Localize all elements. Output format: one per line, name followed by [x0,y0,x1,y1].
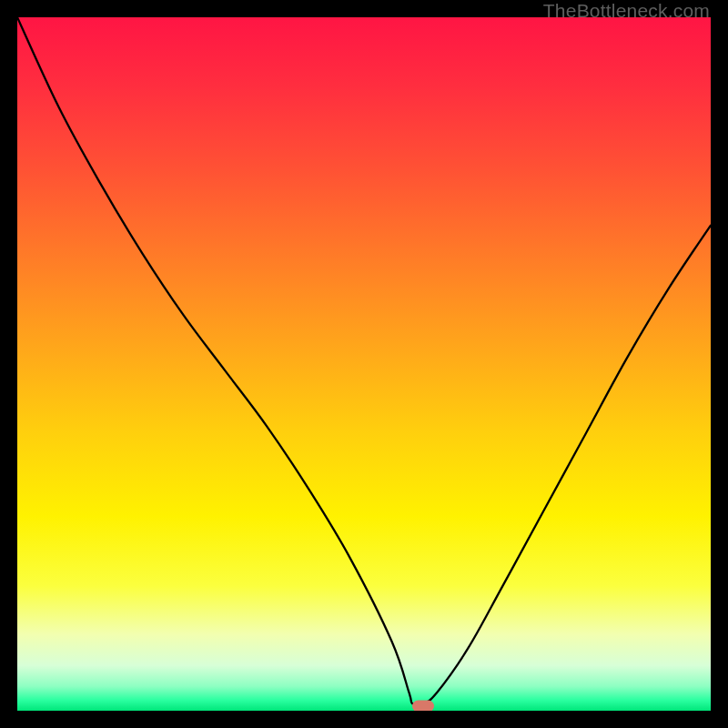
plot-frame [17,17,711,711]
optimal-point-marker [412,701,434,711]
watermark-text: TheBottleneck.com [543,0,710,22]
bottleneck-curve [17,17,711,711]
